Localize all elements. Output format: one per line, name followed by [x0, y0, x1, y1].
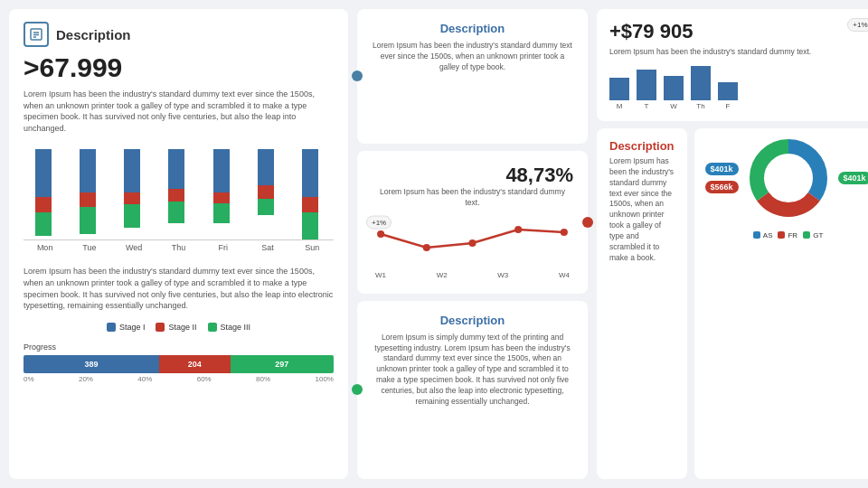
svg-point-8: [561, 229, 568, 236]
bar-group-wed: [117, 149, 152, 239]
progress-axis-label: 0%: [24, 375, 34, 383]
bar-group-tue: [71, 149, 107, 239]
svg-point-7: [514, 226, 522, 233]
mini-bar-group-f: F: [718, 82, 738, 110]
mid-badge-2: +1%: [366, 215, 392, 229]
bar-segment-stage3: [35, 212, 52, 236]
bar-segment-stage1: [80, 149, 96, 192]
mini-bar-chart: MTWThF: [609, 65, 868, 110]
bar-segment-stage3: [80, 207, 96, 234]
progress-section: Progress 389204297 0%20%40%60%80%100%: [24, 343, 334, 383]
bar-segment-stage1: [213, 149, 230, 192]
line-chart-label: W2: [437, 271, 448, 279]
left-header: Description: [24, 22, 334, 47]
bar-segment-stage3: [213, 203, 230, 223]
mid-dot-left-1: [352, 70, 363, 81]
bar-chart: [24, 141, 334, 240]
mini-bar-th: [691, 66, 711, 100]
bar-segment-stage3: [302, 212, 318, 239]
bar-segment-stage2: [124, 192, 140, 204]
left-panel: Description >67.999 Lorem Ipsum has been…: [9, 9, 348, 479]
donut-content: $401k $566k $401k: [705, 137, 868, 219]
left-desc-text-2: Lorem Ipsum has been the industry's stan…: [24, 266, 334, 311]
legend-dot-2: [156, 323, 165, 332]
progress-axis: 0%20%40%60%80%100%: [24, 375, 334, 383]
donut-section: $401k $566k $401k: [694, 128, 868, 479]
svg-point-5: [423, 244, 430, 251]
mini-bar-label: T: [645, 102, 649, 110]
donut-chart-svg: [748, 137, 829, 219]
line-chart-label: W3: [497, 271, 508, 279]
mid-card-3: Description Lorem Ipsum is simply dummy …: [357, 301, 588, 479]
bar-segment-stage2: [258, 185, 274, 200]
legend-item-2: Stage II: [156, 323, 196, 332]
bar-day-label-mon: Mon: [27, 243, 62, 252]
right-mid-text: Lorem Ipsum has been the industry's stan…: [609, 156, 675, 264]
donut-label-gt: $401k: [838, 172, 868, 184]
mini-bar-group-m: M: [609, 78, 629, 110]
mini-bar-label: Th: [696, 102, 704, 110]
progress-axis-label: 80%: [256, 375, 270, 383]
right-top-card: +1% +$79 905 Lorem Ipsum has been the in…: [597, 9, 868, 121]
right-badge: +1%: [847, 18, 868, 32]
legend-dot-3: [208, 323, 217, 332]
bar-group-sat: [250, 149, 285, 239]
bar-day-label-sat: Sat: [250, 243, 285, 252]
donut-legend-label: AS: [763, 231, 773, 239]
donut-labels-right: $401k: [838, 172, 868, 184]
donut-legend-dot: [753, 231, 760, 239]
left-title: Description: [56, 27, 131, 42]
mid-dot-left-3: [352, 384, 363, 395]
left-big-number: >67.999: [24, 54, 334, 81]
mid-card-1-title: Description: [372, 22, 573, 35]
mid-pct: 48,73%: [372, 164, 573, 187]
mid-card-3-title: Description: [372, 314, 573, 327]
progress-axis-label: 100%: [316, 375, 334, 383]
right-top-desc: Lorem Ipsum has been the industry's stan…: [609, 47, 868, 58]
mini-bar-group-th: Th: [691, 66, 711, 110]
bar-segment-stage1: [124, 149, 140, 192]
donut-legend-dot: [803, 231, 810, 239]
progress-bar: 389204297: [24, 355, 334, 373]
mid-card-2-text: Lorem Ipsum has been the industry's stan…: [372, 187, 573, 209]
bar-segment-stage1: [302, 149, 318, 196]
legend-label-2: Stage II: [168, 323, 196, 332]
line-chart: W1W2W3W4: [372, 216, 573, 281]
donut-legend-item-fr: FR: [778, 231, 797, 239]
bar-chart-container: MonTueWedThuFriSatSun: [24, 141, 334, 258]
svg-point-4: [377, 230, 384, 238]
legend-item-1: Stage I: [107, 323, 146, 332]
bar-group-sun: [295, 149, 330, 239]
bar-group-fri: [205, 149, 241, 239]
mini-bar-label: M: [617, 102, 623, 110]
bar-segment-stage1: [35, 149, 52, 196]
middle-panel: Description Lorem Ipsum has been the ind…: [357, 9, 588, 479]
donut-label-fr: $566k: [705, 181, 739, 193]
mid-card-1-text: Lorem Ipsum has been the industry's stan…: [372, 41, 573, 73]
donut-legend-item-gt: GT: [803, 231, 823, 239]
mid-card-1: Description Lorem Ipsum has been the ind…: [357, 9, 588, 144]
legend-dot-1: [107, 323, 116, 332]
left-desc-text-1: Lorem Ipsum has been the industry's stan…: [24, 89, 334, 134]
bar-segment-stage2: [168, 189, 184, 202]
progress-axis-label: 20%: [79, 375, 93, 383]
legend: Stage I Stage II Stage III: [24, 323, 334, 332]
mini-bar-group-w: W: [664, 76, 684, 110]
bar-day-label-wed: Wed: [117, 243, 152, 252]
legend-label-1: Stage I: [119, 323, 146, 332]
bar-day-label-thu: Thu: [161, 243, 196, 252]
mini-bar-w: [664, 76, 684, 100]
legend-label-3: Stage III: [221, 323, 251, 332]
progress-label: Progress: [24, 343, 334, 352]
svg-point-6: [468, 239, 476, 247]
legend-item-3: Stage III: [208, 323, 251, 332]
bar-segment-stage3: [258, 199, 274, 214]
mini-bar-label: W: [670, 102, 677, 110]
progress-segment: 389: [24, 355, 159, 373]
bar-segment-stage2: [80, 192, 96, 207]
donut-legend-label: GT: [813, 231, 823, 239]
bar-group-mon: [27, 149, 62, 239]
mini-bar-f: [718, 82, 738, 100]
right-bottom: Description Lorem Ipsum has been the ind…: [597, 128, 868, 479]
bar-day-label-fri: Fri: [205, 243, 241, 252]
